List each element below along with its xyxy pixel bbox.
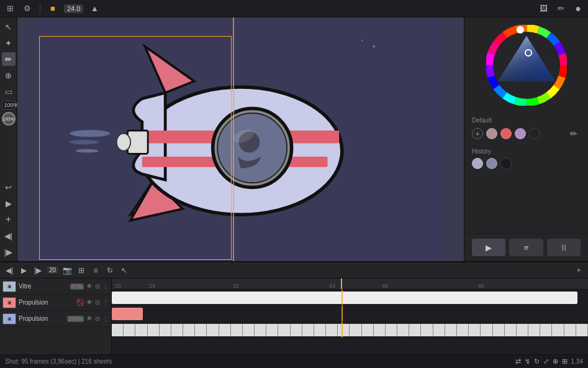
brush-tool[interactable]: ✏ — [2, 52, 16, 66]
main-area: ↖ ✦ ✏ ⊕ ▭ 100% 100% ↩ ▶ + ◀| |▶ — [0, 17, 588, 261]
add-frame-tool[interactable]: + — [2, 213, 16, 226]
brush-icon[interactable]: ✏ — [554, 2, 567, 15]
zoom-value: 1.34 — [571, 358, 583, 365]
tl-play[interactable]: ▶ — [18, 265, 29, 276]
track-p1-menu[interactable]: ⋮ — [102, 299, 109, 306]
track-vitre-opacity[interactable]: 87% — [70, 283, 84, 290]
history-section: History — [464, 144, 588, 173]
svg-point-5 — [76, 149, 99, 153]
history-swatch-2[interactable] — [486, 158, 497, 169]
timeline-ruler-area: 20 24 32 43 48 60 — [112, 278, 588, 354]
transform-tool[interactable]: ⊕ — [2, 68, 16, 82]
track-p2-menu[interactable]: ⋮ — [102, 315, 109, 322]
play-action-button[interactable]: ▶ — [472, 239, 505, 256]
track-propulsion-thumb: ▣ — [2, 297, 16, 308]
app-grid-icon[interactable]: ⊞ — [4, 2, 16, 15]
next-frame-tool[interactable]: |▶ — [2, 245, 16, 259]
history-swatch-1[interactable] — [472, 158, 483, 169]
track-propulsion-1: ▣ Propulsion 🚫 👁 ⊙ ⋮ — [0, 295, 111, 311]
prev-frame-tool[interactable]: ◀| — [2, 229, 16, 242]
tl-prev[interactable]: ◀| — [4, 265, 15, 276]
track-p2-opacity[interactable]: 100% — [67, 316, 84, 322]
status-zoom[interactable]: ⊕ — [553, 357, 558, 366]
track-propulsion-1-label: Propulsion — [19, 299, 74, 306]
svg-marker-39 — [499, 36, 554, 81]
svg-point-2 — [361, 40, 363, 42]
brush-size[interactable]: 100% — [2, 101, 16, 109]
edit-tool[interactable]: ✦ — [2, 36, 16, 50]
frame-track-propulsion-2 — [112, 322, 588, 338]
svg-point-1 — [373, 45, 375, 48]
track-p1-eye[interactable]: 🚫 — [76, 299, 84, 306]
frame-track-propulsion-1 — [112, 306, 588, 322]
tl-layers[interactable]: ⊞ — [76, 265, 87, 276]
palette-icon[interactable]: ■ — [47, 2, 59, 15]
tl-loop[interactable]: ↻ — [104, 265, 115, 276]
status-right: ⇄ ↯ ↻ ⤢ ⊕ ⊞ 1.34 — [515, 357, 583, 366]
history-swatch-3[interactable] — [500, 158, 512, 169]
track-propulsion-2-thumb: ▣ — [2, 313, 16, 324]
tl-add[interactable]: + — [573, 265, 584, 276]
tl-frame-num[interactable]: 20 — [47, 267, 58, 274]
track-vitre: ▣ Vitre 87% 👁 ⊙ ⋮ — [0, 278, 111, 295]
edit-swatches-button[interactable]: ✏ — [567, 127, 581, 140]
swatches-section: Default + ✏ — [464, 113, 588, 144]
list-action-button[interactable]: ≡ — [509, 239, 543, 256]
ruler-mark-32: 32 — [233, 283, 239, 289]
timeline-toolbar: ◀| ▶ |▶ 20 📷 ⊞ ≡ ↻ ↖ + — [0, 262, 588, 278]
playhead-line-1 — [341, 290, 343, 305]
status-goto[interactable]: ↯ — [525, 357, 530, 366]
grid-action-button[interactable]: ⁞⁞ — [547, 239, 581, 256]
status-loop[interactable]: ↻ — [534, 357, 540, 366]
svg-point-3 — [70, 130, 110, 137]
tl-camera[interactable]: 📷 — [61, 265, 73, 276]
vitre-block — [112, 292, 577, 304]
playhead[interactable] — [341, 278, 342, 289]
tl-cursor[interactable]: ↖ — [119, 265, 130, 276]
swatch-tan[interactable] — [486, 128, 497, 139]
swatch-row: + ✏ — [472, 127, 581, 140]
track-vitre-eye[interactable]: 👁 — [86, 283, 93, 290]
track-p1-lock[interactable]: ⊙ — [95, 299, 100, 306]
swatch-lavender[interactable] — [515, 128, 526, 139]
track-propulsion-2-label: Propulsion — [19, 315, 65, 322]
color-wheel-container — [464, 17, 588, 113]
tl-next[interactable]: |▶ — [32, 265, 43, 276]
playhead-line-2 — [341, 306, 343, 321]
status-settings[interactable]: ⊞ — [562, 357, 568, 366]
swatch-black[interactable] — [529, 128, 540, 139]
svg-point-40 — [517, 27, 523, 33]
track-vitre-lock[interactable]: ⊙ — [95, 283, 100, 290]
svg-point-4 — [70, 140, 99, 144]
propulsion-block — [112, 308, 143, 320]
ruler-mark-20: 20 — [115, 283, 121, 289]
triangle-icon[interactable]: ▲ — [88, 2, 101, 15]
timeline: ◀| ▶ |▶ 20 📷 ⊞ ≡ ↻ ↖ + ▣ Vitre 87% 👁 ⊙ ⋮… — [0, 261, 588, 354]
track-vitre-menu[interactable]: ⋮ — [102, 283, 109, 290]
add-swatch-button[interactable]: + — [472, 128, 483, 139]
tl-settings[interactable]: ≡ — [90, 265, 101, 276]
canvas-area[interactable] — [17, 17, 464, 261]
track-p2-lock[interactable]: ⊙ — [95, 315, 100, 322]
camera-icon[interactable]: 🖼 — [537, 2, 550, 15]
rectangle-tool[interactable]: ▭ — [2, 85, 16, 98]
swatch-red[interactable] — [500, 128, 512, 139]
dense-cells — [112, 322, 588, 338]
rocket-canvas[interactable] — [17, 17, 464, 261]
ruler-mark-48: 48 — [382, 283, 388, 289]
account-icon[interactable]: ● — [572, 2, 584, 15]
color-wheel[interactable] — [486, 25, 567, 106]
gear-icon[interactable]: ⚙ — [21, 2, 34, 15]
track-p1-vis[interactable]: 👁 — [86, 299, 93, 306]
frame-number[interactable]: 24.0 — [64, 4, 83, 13]
right-bottom-actions: ▶ ≡ ⁞⁞ — [464, 233, 588, 261]
opacity-indicator[interactable]: 100% — [2, 112, 16, 126]
cursor-tool[interactable]: ↖ — [2, 20, 16, 34]
play-tool[interactable]: ▶ — [2, 196, 16, 210]
swatches-label: Default — [472, 117, 581, 124]
track-p2-eye[interactable]: 👁 — [86, 315, 93, 322]
timeline-ruler: 20 24 32 43 48 60 — [112, 278, 588, 290]
status-arrows[interactable]: ⇄ — [515, 357, 521, 366]
status-expand[interactable]: ⤢ — [543, 357, 549, 366]
undo-tool[interactable]: ↩ — [2, 180, 16, 194]
